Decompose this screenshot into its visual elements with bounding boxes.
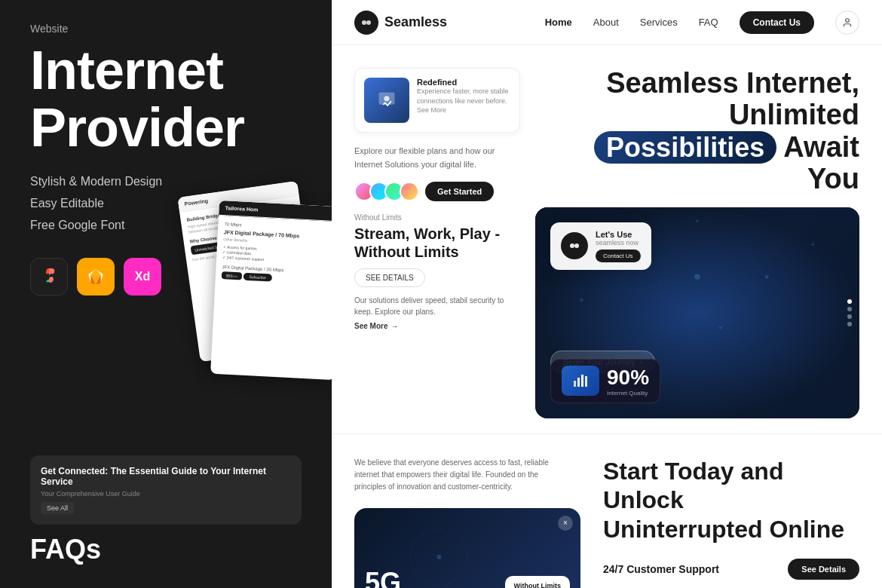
right-panel: Seamless Home About Services FAQ Contact… — [332, 0, 882, 588]
headline-line2-end: Await You — [783, 131, 859, 195]
guide-title: Get Connected: The Essential Guide to Yo… — [41, 466, 291, 487]
stats-percentage: 90% — [607, 366, 649, 390]
unlock-line1: Start Today and Unlock — [603, 458, 783, 513]
stats-label: Internet Quality — [607, 390, 649, 397]
bottom-left-content: We believe that everyone deserves access… — [354, 457, 580, 588]
seamless-card: Let's Use seamless now Contact Us — [550, 222, 651, 270]
arrow-icon: → — [390, 322, 398, 330]
see-all-button[interactable]: See All — [41, 502, 74, 514]
pages-preview: Powering Building Bridges b... High-spee… — [204, 188, 332, 452]
nav-services[interactable]: Services — [640, 17, 678, 28]
hero-right: Seamless Internet, Unlimited Possibiliti… — [535, 68, 859, 418]
redefined-desc: Experience faster, more stable connectio… — [417, 87, 510, 115]
guide-card: Get Connected: The Essential Guide to Yo… — [30, 455, 302, 525]
wl-description: Our solutions deliver speed, stabil secu… — [354, 295, 520, 317]
svg-point-21 — [580, 298, 583, 302]
unlock-line2: Uninterrupted Online — [603, 516, 844, 543]
redefined-text: Redefined Experience faster, more stable… — [417, 78, 510, 115]
seamless-icon — [561, 232, 588, 259]
title-line1: Internet — [30, 40, 223, 100]
hero-description: Explore our flexible plans and how our I… — [354, 145, 520, 171]
svg-rect-28 — [577, 378, 580, 387]
main-title: Internet Provider — [30, 42, 302, 156]
without-limits-section: Without Limits Stream, Work, Play - With… — [354, 213, 520, 330]
bottom-right-content: Start Today and Unlock Uninterrupted Onl… — [603, 457, 859, 588]
see-more-link[interactable]: See More → — [354, 322, 520, 330]
left-panel: Website Internet Provider Stylish & Mode… — [0, 0, 332, 588]
scroll-dot-1 — [847, 299, 852, 304]
website-label: Website — [30, 23, 302, 35]
seamless-sub: seamless now — [596, 239, 641, 247]
svg-point-23 — [719, 326, 722, 329]
svg-rect-30 — [585, 376, 587, 387]
avatar-stack — [354, 182, 419, 201]
figma-icon — [30, 258, 68, 296]
svg-rect-27 — [574, 381, 576, 387]
logo: Seamless — [354, 11, 447, 35]
hero-left: Redefined Experience faster, more stable… — [354, 68, 520, 418]
stats-image — [562, 366, 599, 396]
seamless-title: Let's Use — [596, 230, 641, 239]
bottom-section: We believe that everyone deserves access… — [332, 433, 882, 588]
svg-point-32 — [394, 512, 485, 588]
avatar-4 — [400, 182, 419, 201]
stats-card: 90% Internet Quality — [550, 359, 660, 403]
scroll-dot-2 — [847, 307, 852, 311]
seamless-text: Let's Use seamless now Contact Us — [596, 230, 641, 262]
scroll-dot-3 — [847, 314, 852, 319]
faqs-label: FAQs — [30, 534, 302, 573]
hero-section: Redefined Experience faster, more stable… — [332, 45, 882, 433]
contact-us-small-button[interactable]: Contact Us — [596, 250, 641, 262]
logo-text: Seamless — [384, 14, 447, 30]
svg-point-35 — [437, 555, 442, 559]
svg-point-22 — [812, 243, 815, 246]
svg-line-33 — [439, 526, 468, 557]
page-card-2: Tailorea Hom 70 Mbps JFX Digital Package… — [210, 201, 332, 380]
user-icon[interactable] — [835, 11, 859, 35]
get-started-button[interactable]: Get Started — [425, 182, 494, 201]
xd-icon: Xd — [124, 258, 161, 296]
fiveg-card: 5G Without Limits × — [354, 508, 580, 588]
svg-line-14 — [721, 277, 767, 328]
svg-point-5 — [362, 20, 366, 25]
guide-sub: Your Comprehensive User Guide — [41, 490, 291, 498]
svg-point-24 — [696, 220, 699, 223]
about-text: We believe that everyone deserves access… — [354, 457, 565, 493]
without-limits-tag: Without Limits — [354, 213, 520, 222]
see-details-button[interactable]: SEE DETAILS — [354, 268, 425, 287]
svg-point-26 — [574, 243, 579, 248]
headline-line1: Seamless Internet, Unlimited — [606, 67, 859, 130]
nav-faq[interactable]: FAQ — [699, 17, 718, 28]
support-row: 24/7 Customer Support See Details — [603, 559, 859, 580]
see-more-text: See More — [354, 322, 387, 330]
svg-point-18 — [694, 274, 700, 279]
support-label: 24/7 Customer Support — [603, 563, 719, 575]
logo-icon — [354, 11, 378, 35]
redefined-card: Redefined Experience faster, more stable… — [354, 68, 520, 133]
stats-info: 90% Internet Quality — [607, 366, 649, 397]
svg-rect-29 — [581, 375, 583, 387]
scroll-dot-4 — [847, 322, 852, 326]
hero-visual: Let's Use seamless now Contact Us Begin … — [535, 207, 859, 418]
redefined-tag: Redefined — [417, 78, 510, 87]
headline-pill: Possibilities — [594, 131, 776, 164]
svg-line-34 — [445, 557, 467, 588]
bottom-left-area: Get Connected: The Essential Guide to Yo… — [0, 455, 332, 588]
without-limits-title: Stream, Work, Play - Without Limits — [354, 225, 520, 261]
contact-us-button[interactable]: Contact Us — [740, 11, 814, 34]
nav-links: Home About Services FAQ Contact Us — [545, 11, 859, 35]
sketch-icon — [77, 258, 115, 296]
svg-point-9 — [384, 96, 390, 101]
svg-point-6 — [366, 20, 371, 25]
svg-point-7 — [846, 18, 850, 22]
see-details-dark-button[interactable]: See Details — [788, 559, 859, 580]
nav-home[interactable]: Home — [545, 17, 572, 28]
svg-line-17 — [697, 244, 813, 277]
svg-point-19 — [765, 275, 769, 279]
hero-headline: Seamless Internet, Unlimited Possibiliti… — [535, 68, 859, 195]
nav-about[interactable]: About — [593, 17, 619, 28]
svg-line-16 — [581, 277, 697, 300]
title-line2: Provider — [30, 97, 244, 158]
headline-line2-partial: Possibilities — [606, 132, 764, 163]
unlock-title: Start Today and Unlock Uninterrupted Onl… — [603, 457, 859, 544]
